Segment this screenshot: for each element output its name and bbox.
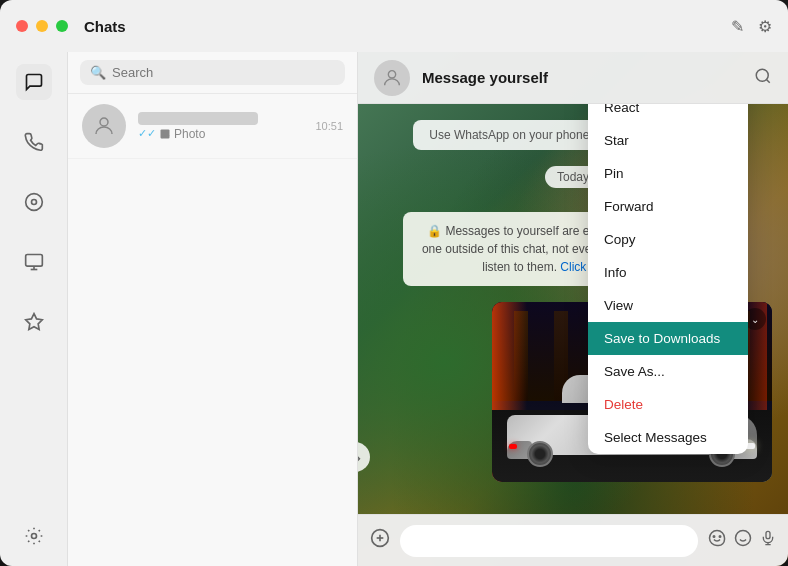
sticker-icon[interactable]	[708, 529, 726, 552]
preview-text: Photo	[174, 127, 205, 141]
chat-preview: ✓✓ Photo	[138, 127, 303, 141]
add-attachment-button[interactable]	[370, 528, 390, 553]
header-search-icon[interactable]	[754, 67, 772, 89]
chat-list-panel: 🔍 ✓✓	[68, 52, 358, 566]
svg-point-7	[100, 118, 108, 126]
context-menu-save-downloads[interactable]: Save to Downloads	[588, 322, 748, 355]
context-menu-view[interactable]: View	[588, 289, 748, 322]
title-bar: Chats ✎ ⚙	[0, 0, 788, 52]
title-icons: ✎ ⚙	[731, 17, 772, 36]
svg-point-11	[756, 69, 768, 81]
svg-point-21	[736, 531, 751, 546]
svg-rect-24	[766, 531, 770, 538]
chat-area: Message yourself Use WhatsApp on your ph…	[358, 52, 788, 566]
context-menu-star[interactable]: Star	[588, 124, 748, 157]
close-button[interactable]	[16, 20, 28, 32]
context-menu-copy[interactable]: Copy	[588, 223, 748, 256]
photo-icon	[159, 128, 171, 140]
messages-area[interactable]: Use WhatsApp on your phone to see older …	[358, 104, 788, 514]
input-bar	[358, 514, 788, 566]
sidebar-item-calls[interactable]	[16, 124, 52, 160]
svg-line-12	[766, 79, 769, 82]
read-receipt-icon: ✓✓	[138, 127, 156, 140]
sidebar-item-chats[interactable]	[16, 64, 52, 100]
context-menu-pin[interactable]: Pin	[588, 157, 748, 190]
context-menu-forward[interactable]: Forward	[588, 190, 748, 223]
search-bar: 🔍	[68, 52, 357, 94]
svg-point-10	[388, 70, 395, 77]
message-input[interactable]	[400, 525, 698, 557]
context-menu-react[interactable]: React	[588, 104, 748, 124]
context-menu-save-as[interactable]: Save As...	[588, 355, 748, 388]
compose-icon[interactable]: ✎	[731, 17, 744, 36]
settings-icon[interactable]: ⚙	[758, 17, 772, 36]
chat-info: ✓✓ Photo	[138, 112, 303, 141]
input-icons	[708, 529, 776, 552]
svg-point-6	[31, 534, 36, 539]
avatar	[82, 104, 126, 148]
message-actions	[358, 442, 370, 472]
svg-point-9	[163, 131, 165, 133]
forward-button[interactable]	[358, 442, 370, 472]
context-menu: Reply React Star Pin Forward C	[588, 104, 748, 454]
svg-point-1	[31, 200, 36, 205]
app-window: Chats ✎ ⚙	[0, 0, 788, 566]
chat-name	[138, 112, 303, 125]
svg-point-0	[25, 194, 42, 211]
sidebar-icons	[0, 52, 68, 566]
minimize-button[interactable]	[36, 20, 48, 32]
search-input[interactable]	[112, 65, 335, 80]
header-avatar	[374, 60, 410, 96]
app-title: Chats	[84, 18, 126, 35]
svg-marker-5	[25, 314, 42, 330]
svg-rect-2	[25, 255, 42, 267]
context-menu-info[interactable]: Info	[588, 256, 748, 289]
chat-header: Message yourself	[358, 52, 788, 104]
search-icon: 🔍	[90, 65, 106, 80]
main-content: 🔍 ✓✓	[0, 52, 788, 566]
context-menu-select[interactable]: Select Messages	[588, 421, 748, 454]
list-item[interactable]: ✓✓ Photo 10:51	[68, 94, 357, 159]
context-menu-delete[interactable]: Delete	[588, 388, 748, 421]
search-input-wrap[interactable]: 🔍	[80, 60, 345, 85]
microphone-icon[interactable]	[760, 529, 776, 552]
svg-point-19	[713, 536, 715, 538]
chat-header-name: Message yourself	[422, 69, 742, 86]
chat-time: 10:51	[315, 120, 343, 132]
contact-name-blurred	[138, 112, 258, 125]
maximize-button[interactable]	[56, 20, 68, 32]
sidebar-item-channels[interactable]	[16, 244, 52, 280]
svg-point-20	[719, 536, 721, 538]
sidebar-item-starred[interactable]	[16, 304, 52, 340]
traffic-lights	[16, 20, 68, 32]
sidebar-item-status[interactable]	[16, 184, 52, 220]
sidebar-item-settings[interactable]	[16, 518, 52, 554]
emoji-icon[interactable]	[734, 529, 752, 552]
